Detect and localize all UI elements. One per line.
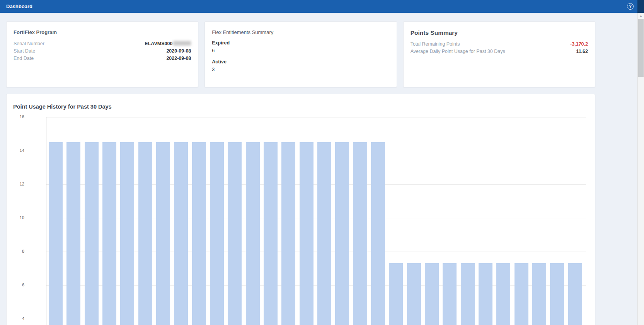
y-tick-label: 14: [9, 148, 24, 153]
bar: [85, 142, 99, 325]
bar: [228, 142, 242, 325]
end-date-label: End Date: [14, 55, 34, 62]
bar: [532, 263, 546, 325]
points-summary-card: Points Summary Total Remaining Points -3…: [403, 21, 595, 87]
total-remaining-points-value: -3,170.2: [570, 41, 588, 48]
active-value: 3: [212, 67, 389, 72]
page-title: Dashboard: [6, 0, 32, 13]
flex-entitlements-summary-card: Flex Entitlements Summary Expired 6 Acti…: [204, 21, 397, 87]
bar: [264, 142, 278, 325]
y-tick-label: 10: [9, 215, 24, 220]
bar: [66, 142, 80, 325]
start-date-row: Start Date 2020-09-08: [14, 48, 191, 55]
total-remaining-points-label: Total Remaining Points: [411, 41, 460, 48]
bar: [335, 142, 349, 325]
summary-cards-row: FortiFlex Program Serial Number ELAVMS00…: [6, 21, 595, 87]
bar: [210, 142, 224, 325]
bar: [138, 142, 152, 325]
bar: [246, 142, 260, 325]
bar: [461, 263, 475, 325]
gridline: [46, 117, 586, 117]
y-axis-line: [46, 117, 46, 325]
end-date-value: 2022-09-08: [166, 55, 191, 62]
bar: [353, 142, 367, 325]
avg-daily-usage-row: Average Daily Point Usage for Past 30 Da…: [411, 48, 588, 55]
scrollbar-thumb[interactable]: [638, 19, 644, 77]
serial-number-row: Serial Number ELAVMS000: [14, 40, 191, 48]
serial-number-value: ELAVMS000: [145, 40, 191, 48]
bar: [550, 263, 564, 325]
y-tick-label: 16: [9, 114, 24, 119]
bar: [389, 263, 403, 325]
fortiflex-card-title: FortiFlex Program: [14, 29, 191, 35]
end-date-row: End Date 2022-09-08: [14, 55, 191, 62]
active-label: Active: [212, 59, 389, 65]
y-tick-label: 4: [9, 316, 24, 321]
bar: [120, 142, 134, 325]
scrollbar-track[interactable]: ▲: [637, 13, 644, 325]
bar: [102, 142, 116, 325]
bar: [425, 263, 439, 325]
chart-plot: 16141210864: [7, 94, 595, 325]
y-tick-label: 12: [9, 182, 24, 186]
start-date-value: 2020-09-08: [166, 48, 191, 55]
fortiflex-program-card: FortiFlex Program Serial Number ELAVMS00…: [6, 21, 198, 87]
avg-daily-usage-value: 11.62: [576, 48, 588, 55]
points-card-title: Points Summary: [411, 29, 588, 36]
help-icon[interactable]: ?: [627, 3, 634, 10]
bar: [479, 263, 492, 325]
top-header: Dashboard ?: [0, 0, 644, 13]
bar: [496, 263, 510, 325]
expired-label: Expired: [212, 40, 389, 46]
bar: [281, 142, 295, 325]
scrollbar[interactable]: ▲: [637, 0, 644, 325]
y-tick-label: 6: [9, 282, 24, 287]
entitlements-card-title: Flex Entitlements Summary: [212, 29, 389, 35]
bar: [174, 142, 188, 325]
bar: [568, 263, 582, 325]
point-usage-history-card: Point Usage History for Past 30 Days 161…: [6, 94, 595, 325]
bar: [300, 142, 313, 325]
redacted-serial-suffix: [173, 41, 191, 46]
bar: [371, 142, 385, 325]
serial-number-label: Serial Number: [14, 40, 44, 48]
start-date-label: Start Date: [14, 48, 35, 55]
expired-value: 6: [212, 48, 389, 53]
bar: [49, 142, 63, 325]
total-remaining-points-row: Total Remaining Points -3,170.2: [411, 41, 588, 48]
bar: [317, 142, 331, 325]
scrollbar-corner: [637, 0, 644, 13]
bar: [156, 142, 170, 325]
bar: [407, 263, 421, 325]
scrollbar-up-arrow-icon[interactable]: ▲: [638, 13, 644, 19]
bar: [192, 142, 206, 325]
bar: [515, 263, 528, 325]
bar: [443, 263, 457, 325]
avg-daily-usage-label: Average Daily Point Usage for Past 30 Da…: [411, 48, 505, 55]
y-tick-label: 8: [9, 249, 24, 254]
